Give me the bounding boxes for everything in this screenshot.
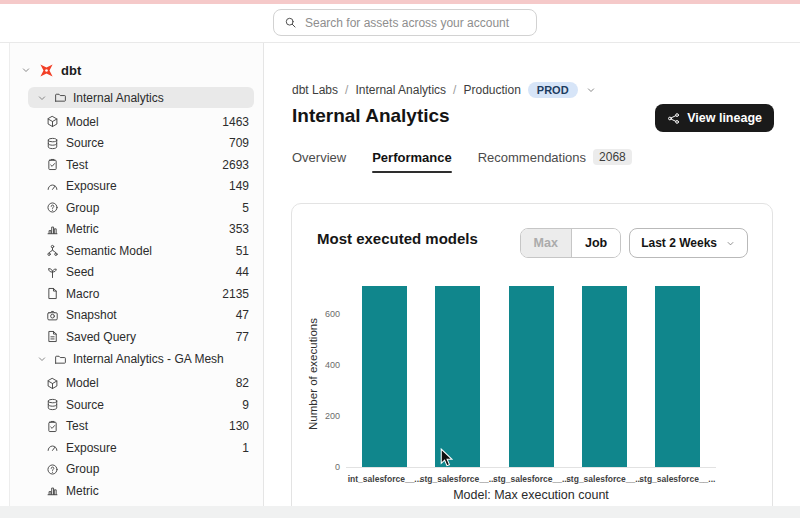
sidebar-item-group[interactable]: Group bbox=[10, 459, 263, 481]
tab-badge: 2068 bbox=[593, 149, 632, 165]
breadcrumb-item[interactable]: Production bbox=[463, 83, 520, 97]
sidebar-item-macro[interactable]: Macro2135 bbox=[10, 283, 263, 305]
item-label: Semantic Model bbox=[66, 244, 152, 258]
left-rail bbox=[0, 43, 10, 518]
x-axis-line bbox=[346, 467, 716, 468]
environment-badge[interactable]: PROD bbox=[528, 82, 578, 98]
tab-bar: OverviewPerformanceRecommendations2068 bbox=[292, 149, 632, 165]
item-count: 2693 bbox=[222, 158, 249, 172]
item-count: 1463 bbox=[222, 115, 249, 129]
bar-stg-salesforce-2[interactable] bbox=[509, 286, 554, 467]
breadcrumb-separator: / bbox=[345, 83, 348, 97]
y-tick-label: 200 bbox=[294, 411, 340, 421]
bar-stg-salesforce-4[interactable] bbox=[655, 286, 700, 467]
item-label: Source bbox=[66, 398, 104, 412]
breadcrumb-item[interactable]: Internal Analytics bbox=[355, 83, 446, 97]
y-tick-label: 600 bbox=[294, 309, 340, 319]
item-label: Macro bbox=[66, 287, 99, 301]
breadcrumb-item[interactable]: dbt Labs bbox=[292, 83, 338, 97]
item-label: Metric bbox=[66, 222, 99, 236]
source-icon bbox=[46, 398, 59, 411]
sidebar-item-seed[interactable]: Seed44 bbox=[10, 262, 263, 284]
item-label: Model bbox=[66, 376, 99, 390]
tab-performance[interactable]: Performance bbox=[372, 149, 451, 165]
item-count: 5 bbox=[242, 201, 249, 215]
breadcrumb-separator: / bbox=[453, 83, 456, 97]
exposure-icon bbox=[46, 180, 59, 193]
search-input[interactable] bbox=[305, 16, 526, 30]
bar-chart: Number of executions Model: Max executio… bbox=[292, 204, 772, 518]
bar-stg-salesforce-3[interactable] bbox=[582, 286, 627, 467]
bar-stg-salesforce-1[interactable] bbox=[435, 286, 480, 467]
sidebar-root-label: dbt bbox=[61, 63, 81, 78]
item-count: 2135 bbox=[222, 287, 249, 301]
sidebar-item-exposure[interactable]: Exposure1 bbox=[10, 437, 263, 459]
item-label: Test bbox=[66, 419, 88, 433]
semantic-model-icon bbox=[46, 244, 59, 257]
sidebar-item-group[interactable]: Group5 bbox=[10, 197, 263, 219]
group-icon bbox=[46, 201, 59, 214]
item-label: Snapshot bbox=[66, 308, 117, 322]
sidebar-item-saved-query[interactable]: Saved Query77 bbox=[10, 326, 263, 348]
global-search[interactable] bbox=[273, 9, 537, 36]
sidebar-item-model[interactable]: Model82 bbox=[10, 373, 263, 395]
breadcrumb: dbt Labs / Internal Analytics / Producti… bbox=[292, 82, 597, 98]
sidebar-item-source[interactable]: Source9 bbox=[10, 394, 263, 416]
sidebar-item-snapshot[interactable]: Snapshot47 bbox=[10, 305, 263, 327]
item-label: Exposure bbox=[66, 179, 117, 193]
tab-recommendations[interactable]: Recommendations2068 bbox=[478, 149, 632, 165]
metric-icon bbox=[46, 223, 59, 236]
sidebar-item-test[interactable]: Test130 bbox=[10, 416, 263, 438]
sidebar-item-model[interactable]: Model1463 bbox=[10, 111, 263, 133]
item-label: Model bbox=[66, 115, 99, 129]
dbt-logo-icon bbox=[39, 63, 54, 78]
item-count: 77 bbox=[236, 330, 249, 344]
item-label: Test bbox=[66, 158, 88, 172]
sidebar-folder-internal-analytics-ga-mesh[interactable]: Internal Analytics - GA Mesh bbox=[28, 349, 254, 370]
topbar bbox=[0, 4, 800, 43]
tab-overview[interactable]: Overview bbox=[292, 149, 346, 165]
view-lineage-button[interactable]: View lineage bbox=[655, 104, 774, 132]
sidebar-root-dbt[interactable]: dbt bbox=[20, 60, 255, 80]
sidebar-item-exposure[interactable]: Exposure149 bbox=[10, 176, 263, 198]
item-count: 149 bbox=[229, 179, 249, 193]
sidebar-item-semantic-model[interactable]: Semantic Model51 bbox=[10, 240, 263, 262]
x-category-label: stg_salesforce__... bbox=[630, 474, 724, 484]
chevron-down-icon[interactable] bbox=[20, 64, 32, 76]
lineage-icon bbox=[667, 112, 680, 125]
folder-label: Internal Analytics - GA Mesh bbox=[73, 352, 224, 366]
sidebar-item-metric[interactable]: Metric bbox=[10, 480, 263, 502]
bar-int-salesforce-0[interactable] bbox=[362, 286, 407, 467]
sidebar-folder-internal-analytics[interactable]: Internal Analytics bbox=[28, 87, 254, 108]
tab-label: Overview bbox=[292, 150, 346, 165]
folder-icon bbox=[54, 353, 67, 366]
metric-icon bbox=[46, 484, 59, 497]
most-executed-models-card: Most executed models Max Job Last 2 Week… bbox=[291, 203, 773, 518]
item-label: Saved Query bbox=[66, 330, 136, 344]
chevron-down-icon[interactable] bbox=[585, 84, 597, 96]
test-icon bbox=[46, 158, 59, 171]
view-lineage-label: View lineage bbox=[687, 111, 762, 125]
sidebar-item-test[interactable]: Test2693 bbox=[10, 154, 263, 176]
seed-icon bbox=[46, 266, 59, 279]
sidebar: dbt Internal AnalyticsModel1463Source709… bbox=[10, 43, 264, 518]
chevron-down-icon[interactable] bbox=[36, 92, 48, 104]
item-count: 1 bbox=[242, 441, 249, 455]
item-count: 353 bbox=[229, 222, 249, 236]
main-content: dbt Labs / Internal Analytics / Producti… bbox=[264, 43, 800, 518]
exposure-icon bbox=[46, 441, 59, 454]
folder-label: Internal Analytics bbox=[73, 91, 164, 105]
item-label: Group bbox=[66, 201, 99, 215]
item-label: Exposure bbox=[66, 441, 117, 455]
y-tick-label: 400 bbox=[294, 360, 340, 370]
sidebar-item-source[interactable]: Source709 bbox=[10, 133, 263, 155]
chevron-down-icon[interactable] bbox=[36, 353, 48, 365]
item-count: 130 bbox=[229, 419, 249, 433]
top-accent-strip bbox=[0, 0, 800, 4]
y-tick-label: 0 bbox=[294, 462, 340, 472]
item-count: 51 bbox=[236, 244, 249, 258]
tab-label: Performance bbox=[372, 150, 451, 165]
page-title: Internal Analytics bbox=[292, 105, 450, 127]
x-axis-title: Model: Max execution count bbox=[453, 488, 609, 502]
sidebar-item-metric[interactable]: Metric353 bbox=[10, 219, 263, 241]
